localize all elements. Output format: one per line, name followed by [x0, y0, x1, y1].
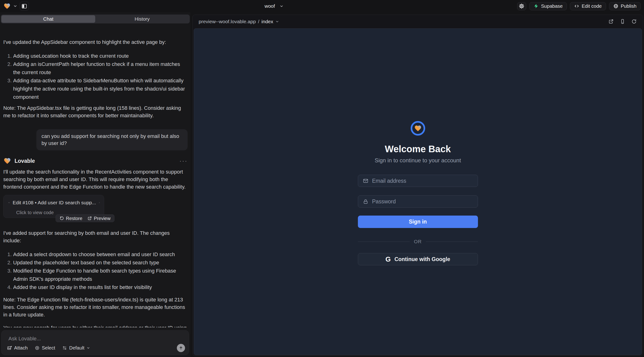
or-label: OR — [414, 239, 422, 244]
select-label: Select — [42, 345, 55, 351]
topbar: woof Supabase Edit co — [0, 0, 644, 12]
app-logo-ring — [411, 121, 425, 136]
topbar-right: Supabase Edit code Publish — [517, 2, 644, 10]
preview-url-page[interactable]: index — [262, 19, 273, 24]
preview-url-separator: / — [258, 19, 260, 24]
refresh-icon[interactable] — [631, 19, 637, 24]
divider-line — [426, 242, 478, 242]
google-button-label: Continue with Google — [394, 256, 450, 262]
url-chevron-down-icon[interactable] — [275, 20, 279, 24]
tab-history[interactable]: History — [95, 15, 189, 23]
mail-icon — [363, 178, 368, 184]
lovable-avatar-heart-icon — [3, 157, 11, 165]
edit-card-actions: Restore Preview — [56, 214, 114, 222]
preview-url-domain[interactable]: preview--woof.lovable.app — [199, 19, 256, 24]
list-item: Added a select dropdown to choose betwee… — [13, 250, 188, 258]
assistant-note: Note: The Edge Function file (fetch-fire… — [3, 296, 188, 318]
attach-button[interactable]: Attach — [7, 345, 28, 351]
publish-button[interactable]: Publish — [609, 2, 641, 10]
edit-code-button[interactable]: Edit code — [570, 2, 606, 10]
code-icon — [574, 4, 579, 9]
assistant-paragraph: I've updated the AppSidebar component to… — [3, 38, 188, 46]
sliders-icon — [62, 346, 67, 350]
lovable-logo-icon[interactable] — [3, 2, 11, 10]
app-heart-icon — [414, 124, 422, 132]
sign-in-button[interactable]: Sign in — [358, 216, 478, 228]
select-button[interactable]: Select — [35, 345, 55, 351]
edit-card-header: Edit #108 • Add user ID search supp... — [8, 199, 100, 206]
list-item: Added the user ID display in the results… — [13, 283, 188, 291]
edit-card-wrapper: Edit #108 • Add user ID search supp... C… — [3, 195, 188, 222]
list-item: Adding data-active attribute to SidebarM… — [13, 76, 188, 101]
code-icon — [8, 200, 10, 205]
google-g-icon: G — [385, 256, 391, 263]
preview-panel: preview--woof.lovable.app / index — [192, 14, 643, 356]
assistant-paragraph: You can now search for users by either t… — [3, 324, 188, 328]
assistant-paragraph: I've added support for searching by both… — [3, 230, 188, 244]
mode-label: Default — [69, 345, 84, 351]
restore-label: Restore — [66, 214, 82, 222]
gear-icon — [519, 3, 524, 9]
chat-panel: Chat History I've updated the AppSidebar… — [0, 12, 190, 357]
edit-code-label: Edit code — [582, 3, 602, 9]
login-page: Welcome Back Sign in to continue to your… — [358, 28, 478, 265]
preview-button[interactable]: Preview — [88, 214, 110, 222]
publish-label: Publish — [621, 3, 636, 9]
project-name: woof — [264, 3, 275, 9]
toggle-sidebar-button[interactable] — [20, 2, 29, 10]
tab-chat[interactable]: Chat — [2, 15, 95, 23]
chevron-right-icon[interactable] — [99, 200, 100, 205]
mode-selector[interactable]: Default — [62, 345, 90, 351]
assistant-header: Lovable ··· — [3, 156, 188, 165]
select-target-icon — [35, 346, 40, 350]
panel-left-icon — [21, 3, 27, 9]
supabase-label: Supabase — [541, 3, 562, 9]
attach-image-icon — [7, 346, 12, 350]
assistant-name: Lovable — [14, 157, 35, 165]
external-link-icon — [88, 216, 92, 220]
chat-history-tabs: Chat History — [1, 14, 190, 24]
restore-button[interactable]: Restore — [60, 214, 82, 222]
google-sign-in-button[interactable]: G Continue with Google — [358, 253, 478, 265]
email-placeholder: Email address — [372, 178, 406, 184]
preview-label: Preview — [94, 214, 110, 222]
more-options-icon[interactable]: ··· — [180, 157, 188, 165]
list-item: Modified the Edge Function to handle bot… — [13, 267, 188, 283]
assistant-paragraph: I'll update the search functionality in … — [3, 168, 188, 191]
composer-input[interactable]: Ask Lovable... — [8, 336, 41, 342]
composer-toolbar: Attach Select Default — [7, 344, 185, 352]
supabase-button[interactable]: Supabase — [529, 2, 567, 10]
login-subheading: Sign in to continue to your account — [374, 157, 461, 164]
list-item: Adding useLocation hook to track the cur… — [13, 52, 188, 60]
project-chevron-down-icon — [280, 4, 284, 8]
assistant-numbered-list: Added a select dropdown to choose betwee… — [3, 250, 188, 291]
lock-icon — [363, 199, 368, 204]
chevron-down-icon — [86, 346, 90, 350]
list-item: Updated the placeholder text based on th… — [13, 258, 188, 267]
open-in-new-window-icon[interactable] — [608, 19, 614, 24]
composer: Ask Lovable... Attach Select — [1, 330, 189, 355]
login-heading: Welcome Back — [385, 144, 451, 154]
chat-messages: I've updated the AppSidebar component to… — [3, 38, 188, 328]
globe-icon — [613, 4, 618, 9]
restore-icon — [60, 216, 64, 220]
password-field[interactable]: Password — [358, 196, 478, 208]
project-switcher[interactable]: woof — [264, 0, 284, 12]
settings-button[interactable] — [517, 2, 526, 10]
attach-label: Attach — [14, 345, 28, 351]
assistant-note: Note: The AppSidebar.tsx file is getting… — [3, 104, 188, 120]
mobile-view-icon[interactable] — [620, 19, 625, 24]
or-divider: OR — [358, 239, 478, 244]
email-field[interactable]: Email address — [358, 175, 478, 187]
preview-toolbar — [608, 19, 637, 24]
preview-url-bar: preview--woof.lovable.app / index — [192, 15, 643, 28]
logo-menu-chevron-icon[interactable] — [13, 4, 17, 8]
send-button[interactable] — [177, 344, 185, 352]
user-message-text: can you add support for searching not on… — [42, 133, 179, 146]
user-message-bubble: can you add support for searching not on… — [36, 129, 188, 150]
divider-line — [358, 242, 410, 242]
topbar-left — [0, 2, 29, 10]
password-placeholder: Password — [372, 198, 396, 205]
edit-card-title: Edit #108 • Add user ID search supp... — [13, 199, 96, 206]
supabase-bolt-icon — [534, 4, 539, 9]
